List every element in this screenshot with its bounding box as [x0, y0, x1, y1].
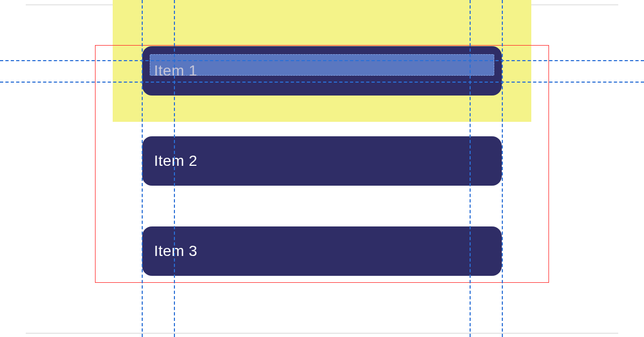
list-item-label: Item 1: [154, 62, 197, 79]
alignment-guide-horizontal: [0, 82, 644, 83]
alignment-guide-horizontal: [0, 60, 644, 61]
ruler-bottom: [26, 333, 618, 334]
list-item[interactable]: Item 3: [142, 226, 502, 276]
alignment-guide-vertical: [470, 0, 471, 337]
alignment-guide-vertical: [142, 0, 143, 337]
list-item-label: Item 2: [154, 152, 197, 170]
design-canvas: Item 1 Item 2 Item 3: [0, 0, 644, 337]
list-item[interactable]: Item 1: [142, 46, 502, 96]
alignment-guide-vertical: [502, 0, 503, 337]
selection-overlay: [150, 54, 494, 76]
list-item-label: Item 3: [154, 243, 197, 260]
list-item[interactable]: Item 2: [142, 136, 502, 186]
alignment-guide-vertical: [174, 0, 175, 337]
